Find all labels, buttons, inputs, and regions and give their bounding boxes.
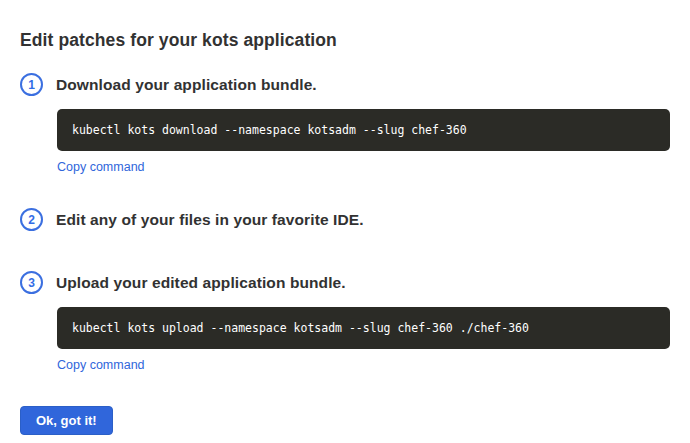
download-command-code-block: kubectl kots download --namespace kotsad… xyxy=(57,109,670,151)
copy-upload-command-link[interactable]: Copy command xyxy=(57,358,145,372)
step-2-heading: Edit any of your files in your favorite … xyxy=(56,211,364,229)
step-upload-bundle: 3 Upload your edited application bundle.… xyxy=(20,271,670,373)
step-row: 1 Download your application bundle. xyxy=(20,73,670,96)
upload-command-code-block: kubectl kots upload --namespace kotsadm … xyxy=(57,307,670,349)
step-3-number-badge: 3 xyxy=(20,271,43,294)
step-3-body: kubectl kots upload --namespace kotsadm … xyxy=(57,307,670,373)
step-row: 2 Edit any of your files in your favorit… xyxy=(20,208,670,231)
step-2-number-badge: 2 xyxy=(20,208,43,231)
ok-got-it-button[interactable]: Ok, got it! xyxy=(20,406,113,435)
step-edit-files: 2 Edit any of your files in your favorit… xyxy=(20,208,670,231)
copy-download-command-link[interactable]: Copy command xyxy=(57,160,145,174)
step-download-bundle: 1 Download your application bundle. kube… xyxy=(20,73,670,175)
page-title: Edit patches for your kots application xyxy=(20,30,670,51)
step-1-heading: Download your application bundle. xyxy=(56,76,317,94)
step-1-number-badge: 1 xyxy=(20,73,43,96)
step-row: 3 Upload your edited application bundle. xyxy=(20,271,670,294)
edit-patches-panel: Edit patches for your kots application 1… xyxy=(0,0,690,443)
step-3-heading: Upload your edited application bundle. xyxy=(56,274,346,292)
step-1-body: kubectl kots download --namespace kotsad… xyxy=(57,109,670,175)
